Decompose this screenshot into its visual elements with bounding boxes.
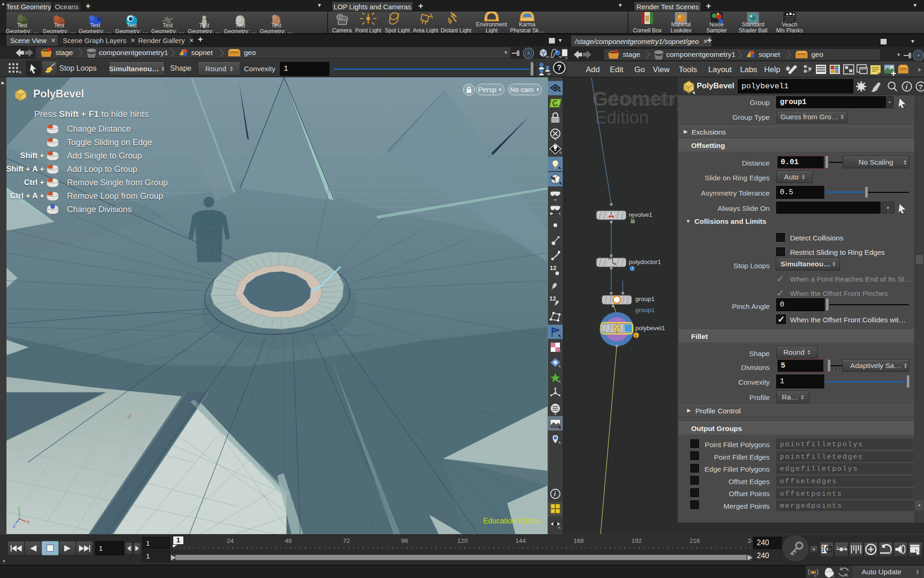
svg-text:72: 72 <box>343 537 350 544</box>
svg-text:i: i <box>554 490 556 498</box>
svg-text:sopnet: sopnet <box>759 50 780 58</box>
svg-text:stage: stage <box>55 49 73 56</box>
svg-text:geo: geo <box>811 50 823 58</box>
svg-text:geo: geo <box>244 49 256 56</box>
svg-text:i: i <box>906 83 908 91</box>
svg-text:z: z <box>13 523 16 528</box>
svg-text:12: 12 <box>549 295 556 302</box>
svg-text:96: 96 <box>401 537 408 544</box>
svg-text:216: 216 <box>689 537 700 544</box>
svg-text:24: 24 <box>227 537 234 544</box>
svg-text:-2: -2 <box>126 412 132 420</box>
svg-text:192: 192 <box>632 537 642 544</box>
svg-text:sopnet: sopnet <box>191 49 213 56</box>
svg-text:componentgeometry1: componentgeometry1 <box>666 50 736 58</box>
svg-text:stage: stage <box>623 50 640 58</box>
svg-text:48: 48 <box>285 537 292 544</box>
svg-text:168: 168 <box>573 537 584 544</box>
svg-text:144: 144 <box>515 537 526 544</box>
svg-text:componentgeometry1: componentgeometry1 <box>99 49 168 56</box>
svg-text:x: x <box>27 519 30 524</box>
svg-text:?: ? <box>918 83 923 91</box>
svg-text:12: 12 <box>550 264 556 271</box>
svg-text:y: y <box>18 505 20 510</box>
svg-text:120: 120 <box>457 537 468 544</box>
svg-text:240: 240 <box>748 537 752 544</box>
svg-text:!: ! <box>635 334 637 338</box>
